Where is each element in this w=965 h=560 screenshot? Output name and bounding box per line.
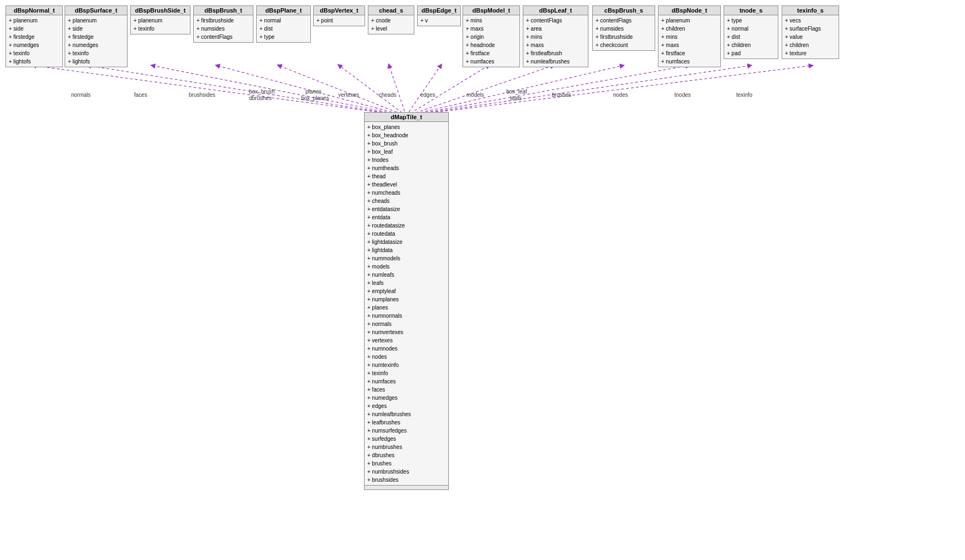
label-leafs: leafs: [510, 95, 522, 101]
box-dBspPlane_t: dBspPlane_t + normal + dist + type: [256, 5, 311, 43]
svg-line-12: [406, 66, 750, 116]
svg-line-0: [34, 66, 406, 116]
box-dBspBrush_t: dBspBrush_t + firstbrushside + numsides …: [193, 5, 253, 43]
title-chead_s: chead_s: [368, 6, 414, 15]
body-dBspVertex_t: + point: [314, 15, 365, 26]
body-dBspNormal_t: + planenum + side + firstedge + numedges…: [6, 15, 62, 67]
svg-line-5: [339, 66, 406, 116]
box-tnode_s: tnode_s + type + normal + dist + childre…: [724, 5, 778, 59]
title-dBspNode_t: dBspNode_t: [658, 6, 720, 15]
box-dBspSurface_t: dBspSurface_t + planenum + side + firste…: [65, 5, 128, 67]
box-cBspBrush_s: cBspBrush_s + contentFlags + numsides + …: [592, 5, 655, 51]
title-dBspVertex_t: dBspVertex_t: [314, 6, 365, 15]
label-models: models: [466, 92, 484, 98]
body-chead_s: + cnode + level: [368, 15, 414, 34]
box-texinfo_s: texinfo_s + vecs + surfaceFlags + value …: [782, 5, 839, 59]
body-dBspPlane_t: + normal + dist + type: [257, 15, 310, 42]
label-box-brush: box_brush: [249, 89, 275, 95]
title-dBspEdge_t: dBspEdge_t: [418, 6, 460, 15]
box-chead_s: chead_s + cnode + level: [368, 5, 414, 34]
body-dBspLeaf_t: + contentFlags + area + mins + maxs + fi…: [523, 15, 588, 67]
body-dBspEdge_t: + v: [418, 15, 460, 26]
title-dBspSurface_t: dBspSurface_t: [65, 6, 127, 15]
label-edges: edges: [420, 92, 435, 98]
svg-line-11: [406, 66, 688, 116]
svg-line-6: [389, 66, 406, 116]
title-dBspPlane_t: dBspPlane_t: [257, 6, 310, 15]
title-dBspBrushSide_t: dBspBrushSide_t: [131, 6, 190, 15]
box-dBspNode_t: dBspNode_t + planenum + children + mins …: [658, 5, 721, 67]
svg-line-8: [406, 66, 488, 116]
body-dBspBrush_t: + firstbrushside + numsides + contentFla…: [194, 15, 253, 42]
body-tnode_s: + type + normal + dist + children + pad: [724, 15, 778, 59]
body-texinfo_s: + vecs + surfaceFlags + value + children…: [782, 15, 839, 59]
title-dBspLeaf_t: dBspLeaf_t: [523, 6, 588, 15]
title-dMapTile_t: dMapTile_t: [365, 113, 448, 122]
label-box-planes: box_planes: [301, 95, 329, 101]
label-box-leaf: box_leaf: [506, 89, 527, 95]
svg-line-1: [89, 66, 406, 116]
label-normals: normals: [71, 92, 91, 98]
body-dBspNode_t: + planenum + children + mins + maxs + fi…: [658, 15, 720, 67]
box-dBspVertex_t: dBspVertex_t + point: [313, 5, 365, 26]
box-dMapTile_t: dMapTile_t + box_planes + box_headnode +…: [364, 112, 449, 490]
box-dBspLeaf_t: dBspLeaf_t + contentFlags + area + mins …: [523, 5, 588, 67]
svg-line-4: [279, 66, 406, 116]
svg-line-9: [406, 66, 553, 116]
box-dBspEdge_t: dBspEdge_t + v: [417, 5, 461, 26]
body-dBspModel_t: + mins + maxs + origin + headnode + firs…: [463, 15, 519, 67]
svg-line-13: [406, 66, 811, 116]
svg-line-2: [153, 66, 406, 116]
title-dBspBrush_t: dBspBrush_t: [194, 6, 253, 15]
body-cBspBrush_s: + contentFlags + numsides + firstbrushsi…: [593, 15, 655, 50]
label-faces: faces: [134, 92, 147, 98]
body-dBspBrushSide_t: + planenum + texinfo: [131, 15, 190, 34]
label-vertexes: vertexes: [338, 92, 359, 98]
box-dBspBrushSide_t: dBspBrushSide_t + planenum + texinfo: [130, 5, 190, 34]
label-tnodes: tnodes: [674, 92, 691, 98]
body-dMapTile_t: + box_planes + box_headnode + box_brush …: [365, 122, 448, 485]
label-planes: planes: [305, 89, 321, 95]
diagram-container: dBspNormal_t + planenum + side + firsted…: [0, 0, 965, 560]
title-dBspNormal_t: dBspNormal_t: [6, 6, 62, 15]
label-brushsides: brushsides: [189, 92, 215, 98]
body-dBspSurface_t: + planenum + side + firstedge + numedges…: [65, 15, 127, 67]
arrows-svg: [0, 0, 965, 560]
title-texinfo_s: texinfo_s: [782, 6, 839, 15]
label-texinfo: texinfo: [736, 92, 752, 98]
label-nodes: nodes: [613, 92, 628, 98]
box-dBspModel_t: dBspModel_t + mins + maxs + origin + hea…: [463, 5, 520, 67]
svg-line-7: [406, 66, 441, 116]
box-dBspNormal_t: dBspNormal_t + planenum + side + firsted…: [5, 5, 63, 67]
title-cBspBrush_s: cBspBrush_s: [593, 6, 655, 15]
label-dbrushes: dbrushes: [249, 95, 271, 101]
label-brushes: brushes: [552, 92, 571, 98]
label-cheads: cheads: [379, 92, 396, 98]
title-dBspModel_t: dBspModel_t: [463, 6, 519, 15]
title-tnode_s: tnode_s: [724, 6, 778, 15]
